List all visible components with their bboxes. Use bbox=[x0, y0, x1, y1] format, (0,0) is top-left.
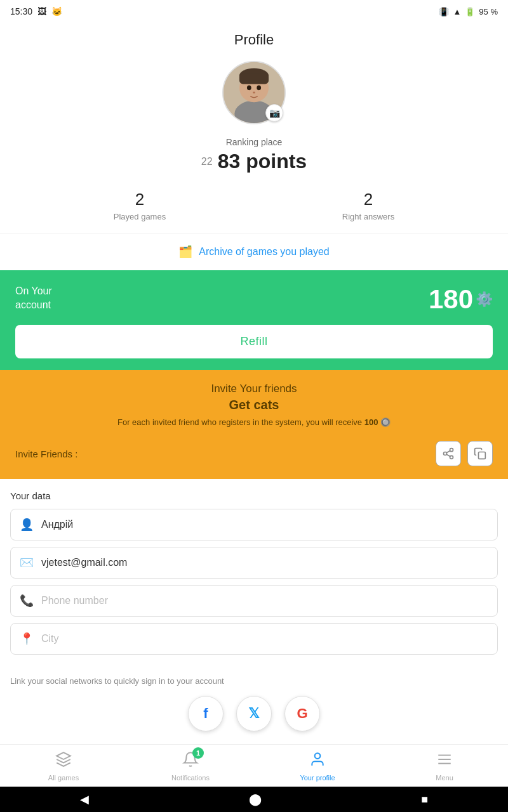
time: 15:30 bbox=[10, 6, 32, 16]
nav-menu[interactable]: Menu bbox=[422, 751, 467, 782]
all-games-icon bbox=[55, 751, 72, 771]
svg-rect-4 bbox=[239, 73, 269, 84]
ranking-points-value: 83 points bbox=[218, 150, 307, 173]
social-icons-row: f 𝕏 G bbox=[10, 696, 498, 738]
invite-action-buttons bbox=[436, 441, 493, 466]
facebook-button[interactable]: f bbox=[188, 696, 224, 731]
ranking-section: Ranking place 22 83 points bbox=[0, 128, 508, 178]
name-field[interactable]: 👤 Андрій bbox=[10, 509, 498, 540]
played-games-label: Played games bbox=[114, 212, 166, 221]
google-button[interactable]: G bbox=[284, 696, 320, 731]
recent-apps-button[interactable]: ■ bbox=[421, 793, 428, 806]
menu-label: Menu bbox=[436, 774, 453, 782]
user-icon: 👤 bbox=[20, 518, 34, 532]
battery-percent: 95 % bbox=[479, 7, 498, 16]
android-nav: ◀ ⬤ ■ bbox=[0, 787, 508, 812]
invite-row: Invite Friends : bbox=[15, 436, 493, 469]
name-value: Андрій bbox=[41, 519, 73, 530]
your-data-section: Your data 👤 Андрій ✉️ vjetest@gmail.com … bbox=[0, 479, 508, 667]
notifications-icon: 1 bbox=[182, 751, 199, 771]
account-label: On Youraccount bbox=[15, 284, 52, 313]
your-profile-icon bbox=[309, 751, 326, 771]
invite-title: Invite Your friends bbox=[15, 383, 493, 395]
page-title: Profile bbox=[0, 23, 508, 55]
balance-value: 180 bbox=[429, 284, 473, 315]
share-button[interactable] bbox=[436, 441, 461, 466]
email-value: vjetest@gmail.com bbox=[41, 557, 127, 568]
invite-subtitle: Get cats bbox=[15, 398, 493, 412]
status-right: 📳 ▲ 🔋 95 % bbox=[439, 7, 498, 16]
back-button[interactable]: ◀ bbox=[80, 792, 89, 806]
svg-rect-13 bbox=[479, 452, 486, 459]
location-icon: 📍 bbox=[20, 632, 34, 646]
phone-icon: 📞 bbox=[20, 594, 34, 608]
svg-line-11 bbox=[446, 454, 450, 456]
svg-point-10 bbox=[450, 455, 453, 459]
invite-section: Invite Your friends Get cats For each in… bbox=[0, 370, 508, 479]
copy-button[interactable] bbox=[467, 441, 493, 466]
account-card: On Youraccount 180 ⚙️ Refill bbox=[0, 270, 508, 370]
ranking-points: 22 83 points bbox=[0, 150, 508, 173]
coin-small-icon: 🔘 bbox=[380, 417, 391, 427]
camera-icon: 📷 bbox=[269, 108, 280, 118]
invite-description: For each invited friend who registers in… bbox=[15, 417, 493, 427]
bottom-nav: All games 1 Notifications Your profile bbox=[0, 744, 508, 787]
coin-icon: ⚙️ bbox=[476, 291, 493, 308]
home-button[interactable]: ⬤ bbox=[249, 792, 262, 806]
archive-link[interactable]: 🗂️ Archive of games you played bbox=[0, 233, 508, 270]
phone-placeholder: Phone number bbox=[41, 595, 108, 606]
menu-icon bbox=[436, 751, 453, 771]
camera-button[interactable]: 📷 bbox=[265, 104, 283, 122]
your-data-label: Your data bbox=[10, 490, 498, 501]
avatar-section: 📷 bbox=[0, 55, 508, 128]
city-placeholder: City bbox=[41, 633, 59, 645]
avatar-wrapper: 📷 bbox=[222, 61, 286, 124]
right-answers-label: Right answers bbox=[342, 212, 394, 221]
nav-your-profile[interactable]: Your profile bbox=[295, 751, 340, 782]
svg-point-9 bbox=[444, 452, 447, 455]
nav-notifications[interactable]: 1 Notifications bbox=[168, 751, 213, 782]
invite-reward: 100 bbox=[364, 417, 378, 427]
svg-point-6 bbox=[257, 85, 261, 90]
svg-point-8 bbox=[450, 449, 453, 452]
svg-point-5 bbox=[247, 85, 251, 90]
notifications-label: Notifications bbox=[171, 774, 210, 782]
ranking-label: Ranking place bbox=[0, 137, 508, 147]
photo-icon: 🖼 bbox=[37, 6, 46, 16]
all-games-label: All games bbox=[48, 774, 79, 782]
account-top: On Youraccount 180 ⚙️ bbox=[15, 284, 493, 315]
twitter-button[interactable]: 𝕏 bbox=[236, 696, 272, 731]
cat-icon: 🐱 bbox=[51, 6, 62, 16]
stats-row: 2 Played games 2 Right answers bbox=[0, 178, 508, 233]
vibrate-icon: 📳 bbox=[439, 7, 449, 16]
status-bar: 15:30 🖼 🐱 📳 ▲ 🔋 95 % bbox=[0, 0, 508, 23]
nav-all-games[interactable]: All games bbox=[41, 751, 86, 782]
city-field[interactable]: 📍 City bbox=[10, 623, 498, 655]
svg-line-12 bbox=[446, 450, 450, 452]
email-field[interactable]: ✉️ vjetest@gmail.com bbox=[10, 547, 498, 579]
phone-field[interactable]: 📞 Phone number bbox=[10, 585, 498, 617]
status-left: 15:30 🖼 🐱 bbox=[10, 6, 62, 16]
email-icon: ✉️ bbox=[20, 556, 34, 570]
right-answers-stat: 2 Right answers bbox=[342, 190, 394, 221]
played-games-count: 2 bbox=[114, 190, 166, 209]
notifications-badge: 1 bbox=[192, 747, 204, 759]
your-profile-label: Your profile bbox=[300, 774, 335, 782]
archive-icon: 🗂️ bbox=[178, 245, 192, 259]
played-games-stat: 2 Played games bbox=[114, 190, 166, 221]
social-label: Link your social networks to quickly sig… bbox=[10, 676, 498, 686]
svg-point-7 bbox=[253, 92, 255, 94]
account-balance: 180 ⚙️ bbox=[429, 284, 493, 315]
right-answers-count: 2 bbox=[342, 190, 394, 209]
svg-point-14 bbox=[315, 753, 321, 759]
social-section: Link your social networks to quickly sig… bbox=[0, 667, 508, 747]
ranking-rank: 22 bbox=[201, 156, 213, 167]
archive-link-text: Archive of games you played bbox=[199, 246, 329, 258]
invite-friends-label: Invite Friends : bbox=[15, 449, 77, 459]
refill-button[interactable]: Refill bbox=[15, 325, 493, 358]
battery-icon: 🔋 bbox=[465, 7, 475, 16]
wifi-icon: ▲ bbox=[453, 7, 461, 16]
